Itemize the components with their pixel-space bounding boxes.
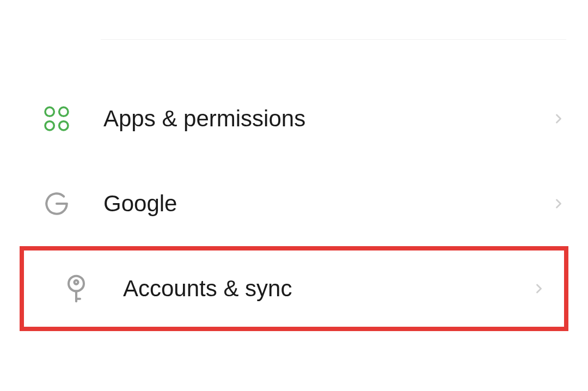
settings-item-apps-permissions[interactable]: Apps & permissions bbox=[0, 76, 588, 161]
chevron-right-icon bbox=[551, 111, 566, 126]
settings-list: Apps & permissions Google bbox=[0, 76, 588, 331]
apps-icon bbox=[41, 103, 72, 134]
chevron-right-icon bbox=[551, 196, 566, 211]
chevron-right-icon bbox=[531, 281, 547, 296]
svg-rect-3 bbox=[59, 121, 68, 130]
settings-item-accounts-sync[interactable]: Accounts & sync bbox=[20, 246, 568, 331]
svg-point-6 bbox=[75, 280, 78, 284]
google-icon bbox=[41, 188, 72, 219]
settings-item-google[interactable]: Google bbox=[0, 161, 588, 246]
settings-item-label: Google bbox=[103, 191, 551, 217]
svg-rect-1 bbox=[59, 107, 68, 116]
svg-rect-0 bbox=[45, 107, 54, 116]
section-divider bbox=[101, 39, 566, 40]
settings-item-label: Apps & permissions bbox=[103, 106, 551, 132]
key-icon bbox=[61, 273, 91, 304]
settings-item-label: Accounts & sync bbox=[123, 276, 531, 302]
svg-rect-2 bbox=[45, 121, 54, 130]
